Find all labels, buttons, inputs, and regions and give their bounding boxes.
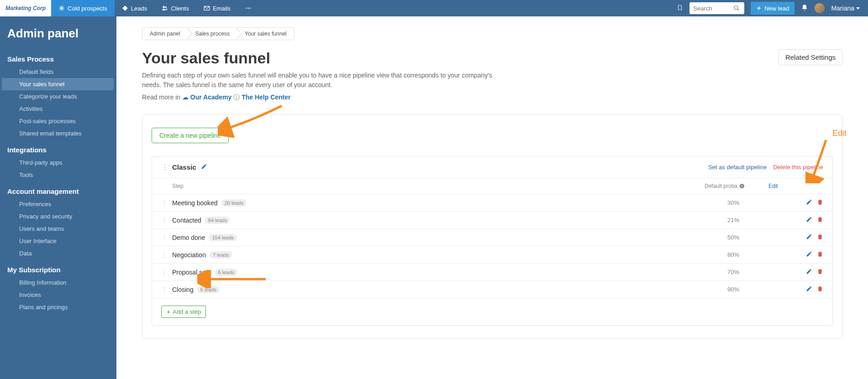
edit-step-icon[interactable] xyxy=(806,268,812,276)
sidebar-item[interactable]: Categorize your leads xyxy=(0,90,116,103)
delete-step-icon[interactable] xyxy=(817,268,823,276)
sidebar-item[interactable]: User Interface xyxy=(0,235,116,247)
edit-step-icon[interactable] xyxy=(806,286,812,293)
sidebar-item[interactable]: Plans and pricings xyxy=(0,301,116,313)
help-center-link[interactable]: The Help Center xyxy=(242,93,290,101)
nav-emails[interactable]: Emails xyxy=(196,0,238,16)
sidebar-item[interactable]: Billing Information xyxy=(0,276,116,289)
nav-more[interactable] xyxy=(238,0,259,16)
edit-step-icon[interactable] xyxy=(806,216,812,224)
step-row: ⋮ Proposal sent6 leads 70% xyxy=(152,264,832,281)
delete-step-icon[interactable] xyxy=(817,199,823,207)
sidebar-title: Admin panel xyxy=(0,26,116,49)
top-nav: Cold prospects Leads Clients Emails xyxy=(51,0,259,16)
related-settings-button[interactable]: Related Settings xyxy=(779,49,842,65)
step-name: Closing xyxy=(172,286,194,293)
drag-handle-icon[interactable]: ⋮ xyxy=(161,251,172,259)
step-row: ⋮ Demo done154 leads 50% xyxy=(152,229,832,246)
user-name-label: Mariana xyxy=(831,5,854,12)
col-edit-header[interactable]: Edit xyxy=(768,183,796,189)
step-proba: 80% xyxy=(727,251,791,258)
set-default-pipeline[interactable]: Set as default pipeline xyxy=(708,164,767,171)
svg-point-4 xyxy=(250,8,251,9)
info-icon: ⓘ xyxy=(233,93,242,101)
lead-count-badge: 7 leads xyxy=(210,251,232,259)
sidebar-heading: Sales Process xyxy=(0,55,116,66)
delete-step-icon[interactable] xyxy=(817,234,823,241)
search-input[interactable] xyxy=(693,5,733,12)
step-row: ⋮ Closing6 leads 90% xyxy=(152,281,832,298)
sidebar-item[interactable]: Shared email templates xyxy=(0,127,116,140)
drag-handle-icon[interactable]: ⋮ xyxy=(161,217,172,224)
step-name: Meeting booked xyxy=(172,199,218,207)
step-proba: 90% xyxy=(727,286,791,293)
search-box[interactable] xyxy=(689,2,744,14)
delete-step-icon[interactable] xyxy=(817,286,823,293)
avatar[interactable] xyxy=(815,3,825,13)
sidebar-item[interactable]: Privacy and security xyxy=(0,210,116,223)
sidebar-item[interactable]: Your sales funnel xyxy=(2,78,114,90)
users-icon xyxy=(162,5,168,11)
sidebar-heading: Account management xyxy=(0,187,116,198)
bookmark-icon[interactable] xyxy=(677,4,683,13)
nav-label: Cold prospects xyxy=(68,5,107,12)
step-name: Contacted xyxy=(172,217,201,224)
edit-pipeline-icon[interactable] xyxy=(201,163,207,171)
sidebar-item[interactable]: Activities xyxy=(0,103,116,115)
drag-handle-icon[interactable]: ⋮ xyxy=(161,286,172,293)
sidebar-item[interactable]: Post-sales processes xyxy=(0,115,116,127)
col-step-header: Step xyxy=(161,183,705,189)
drag-handle-icon[interactable]: ⋮ xyxy=(161,269,172,276)
bell-icon[interactable] xyxy=(801,4,808,13)
svg-point-5 xyxy=(734,6,738,10)
search-icon xyxy=(733,5,740,11)
delete-step-icon[interactable] xyxy=(817,216,823,224)
sidebar-item[interactable]: Third-party apps xyxy=(0,156,116,169)
page-intro: Defining each step of your own sales fun… xyxy=(142,71,507,90)
nav-cold-prospects[interactable]: Cold prospects xyxy=(51,0,115,16)
delete-step-icon[interactable] xyxy=(817,251,823,259)
sidebar-item[interactable]: Default fields xyxy=(0,66,116,78)
edit-step-icon[interactable] xyxy=(806,234,812,241)
diamond-icon xyxy=(122,5,128,11)
lead-count-badge: 6 leads xyxy=(197,286,220,293)
sidebar-item[interactable]: Invoices xyxy=(0,289,116,301)
sidebar-item[interactable]: Tools xyxy=(0,169,116,181)
cloud-icon: ☁ xyxy=(182,93,189,101)
nav-clients[interactable]: Clients xyxy=(154,0,196,16)
snowflake-icon xyxy=(58,5,65,11)
step-row: ⋮ Meeting booked20 leads 30% xyxy=(152,194,832,212)
breadcrumb: Admin panel Sales process Your sales fun… xyxy=(142,27,842,40)
new-lead-label: New lead xyxy=(764,5,789,12)
caret-down-icon xyxy=(856,7,860,10)
breadcrumb-item[interactable]: Admin panel xyxy=(142,27,188,40)
step-name: Demo done xyxy=(172,234,205,241)
help-links: Read more in ☁ Our Academy ⓘ The Help Ce… xyxy=(142,93,507,102)
user-menu[interactable]: Mariana xyxy=(831,5,860,12)
academy-link[interactable]: Our Academy xyxy=(190,93,232,101)
nav-label: Clients xyxy=(171,5,189,12)
drag-handle-icon[interactable]: ⋮ xyxy=(161,199,172,207)
sidebar-item[interactable]: Preferences xyxy=(0,198,116,210)
step-proba: 70% xyxy=(727,269,791,275)
drag-handle-icon[interactable]: ⋮ xyxy=(161,234,172,241)
breadcrumb-item[interactable]: Your sales funnel xyxy=(237,27,295,40)
new-lead-button[interactable]: New lead xyxy=(751,2,794,15)
plus-icon xyxy=(756,5,762,11)
drag-handle-icon[interactable]: ⋮ xyxy=(161,163,168,171)
sidebar-item[interactable]: Users and teams xyxy=(0,223,116,235)
svg-point-0 xyxy=(163,6,165,8)
question-icon[interactable]: ? xyxy=(739,183,745,189)
sidebar-item[interactable]: Data xyxy=(0,247,116,260)
lead-count-badge: 20 leads xyxy=(221,199,247,207)
delete-pipeline[interactable]: Delete this pipeline xyxy=(773,164,823,171)
edit-step-icon[interactable] xyxy=(806,251,812,259)
nav-label: Leads xyxy=(131,5,147,12)
nav-leads[interactable]: Leads xyxy=(115,0,154,16)
step-proba: 21% xyxy=(727,217,791,223)
envelope-icon xyxy=(204,5,210,11)
breadcrumb-item[interactable]: Sales process xyxy=(188,27,237,40)
create-pipeline-button[interactable]: Create a new pipeline xyxy=(152,128,229,143)
edit-step-icon[interactable] xyxy=(806,199,812,207)
add-step-button[interactable]: Add a step xyxy=(161,306,206,318)
